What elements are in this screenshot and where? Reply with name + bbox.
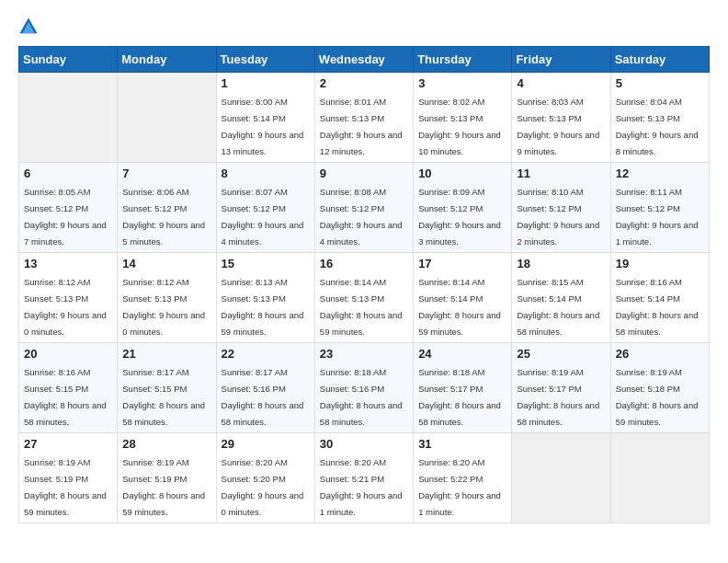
calendar-cell: 1 Sunrise: 8:00 AMSunset: 5:14 PMDayligh… [216, 73, 314, 163]
calendar-cell: 13 Sunrise: 8:12 AMSunset: 5:13 PMDaylig… [19, 253, 118, 343]
day-info: Sunrise: 8:17 AMSunset: 5:16 PMDaylight:… [222, 367, 304, 427]
day-number: 7 [122, 167, 210, 180]
calendar-cell: 15 Sunrise: 8:13 AMSunset: 5:13 PMDaylig… [216, 253, 314, 343]
day-info: Sunrise: 8:16 AMSunset: 5:15 PMDaylight:… [24, 367, 107, 427]
calendar-week-3: 13 Sunrise: 8:12 AMSunset: 5:13 PMDaylig… [19, 253, 710, 343]
header-tuesday: Tuesday [216, 47, 314, 73]
calendar-cell: 26 Sunrise: 8:19 AMSunset: 5:18 PMDaylig… [610, 343, 709, 433]
day-number: 5 [616, 76, 704, 90]
page: Sunday Monday Tuesday Wednesday Thursday… [0, 0, 728, 533]
calendar-cell: 5 Sunrise: 8:04 AMSunset: 5:13 PMDayligh… [610, 73, 709, 163]
day-info: Sunrise: 8:04 AMSunset: 5:13 PMDaylight:… [616, 97, 699, 156]
calendar-cell: 19 Sunrise: 8:16 AMSunset: 5:14 PMDaylig… [610, 253, 709, 343]
day-info: Sunrise: 8:02 AMSunset: 5:13 PMDaylight:… [418, 97, 501, 156]
day-number: 2 [320, 76, 408, 90]
logo [18, 17, 42, 37]
calendar-cell: 21 Sunrise: 8:17 AMSunset: 5:15 PMDaylig… [118, 343, 216, 433]
day-number: 12 [616, 167, 704, 180]
calendar-week-5: 27 Sunrise: 8:19 AMSunset: 5:19 PMDaylig… [19, 433, 710, 523]
day-number: 30 [320, 437, 408, 451]
day-info: Sunrise: 8:14 AMSunset: 5:14 PMDaylight:… [418, 277, 501, 337]
day-number: 22 [222, 347, 310, 361]
day-number: 24 [418, 347, 506, 361]
day-number: 28 [122, 437, 210, 451]
day-number: 15 [222, 257, 310, 270]
calendar-cell: 12 Sunrise: 8:11 AMSunset: 5:12 PMDaylig… [610, 163, 709, 253]
day-number: 29 [222, 437, 310, 451]
day-info: Sunrise: 8:06 AMSunset: 5:12 PMDaylight:… [122, 187, 205, 247]
calendar-header: Sunday Monday Tuesday Wednesday Thursday… [19, 47, 710, 73]
day-number: 27 [24, 437, 112, 451]
day-info: Sunrise: 8:00 AMSunset: 5:14 PMDaylight:… [222, 97, 304, 156]
day-info: Sunrise: 8:18 AMSunset: 5:17 PMDaylight:… [418, 367, 501, 427]
day-number: 25 [517, 347, 605, 361]
day-number: 9 [320, 167, 408, 180]
calendar-cell: 30 Sunrise: 8:20 AMSunset: 5:21 PMDaylig… [314, 433, 413, 523]
day-info: Sunrise: 8:01 AMSunset: 5:13 PMDaylight:… [320, 97, 403, 156]
calendar-cell: 7 Sunrise: 8:06 AMSunset: 5:12 PMDayligh… [118, 163, 216, 253]
day-info: Sunrise: 8:10 AMSunset: 5:12 PMDaylight:… [517, 187, 599, 247]
calendar-cell [118, 73, 216, 163]
day-number: 6 [24, 167, 112, 180]
calendar-cell: 27 Sunrise: 8:19 AMSunset: 5:19 PMDaylig… [19, 433, 118, 523]
calendar-week-2: 6 Sunrise: 8:05 AMSunset: 5:12 PMDayligh… [19, 163, 710, 253]
header-monday: Monday [118, 47, 216, 73]
day-info: Sunrise: 8:03 AMSunset: 5:13 PMDaylight:… [517, 97, 599, 156]
day-info: Sunrise: 8:20 AMSunset: 5:20 PMDaylight:… [222, 457, 304, 517]
calendar-cell: 22 Sunrise: 8:17 AMSunset: 5:16 PMDaylig… [216, 343, 314, 433]
day-number: 26 [616, 347, 704, 361]
day-number: 11 [517, 167, 605, 180]
header-saturday: Saturday [610, 47, 709, 73]
day-info: Sunrise: 8:20 AMSunset: 5:21 PMDaylight:… [320, 457, 403, 517]
header-thursday: Thursday [414, 47, 512, 73]
day-info: Sunrise: 8:20 AMSunset: 5:22 PMDaylight:… [418, 457, 501, 517]
calendar-cell: 28 Sunrise: 8:19 AMSunset: 5:19 PMDaylig… [118, 433, 216, 523]
header-row: Sunday Monday Tuesday Wednesday Thursday… [19, 47, 710, 73]
header-friday: Friday [512, 47, 610, 73]
header-wednesday: Wednesday [314, 47, 413, 73]
calendar-cell [19, 73, 118, 163]
calendar-body: 1 Sunrise: 8:00 AMSunset: 5:14 PMDayligh… [19, 73, 710, 523]
day-number: 18 [517, 257, 605, 270]
calendar-cell: 16 Sunrise: 8:14 AMSunset: 5:13 PMDaylig… [314, 253, 413, 343]
calendar-week-1: 1 Sunrise: 8:00 AMSunset: 5:14 PMDayligh… [19, 73, 710, 163]
day-number: 8 [222, 167, 310, 180]
day-info: Sunrise: 8:19 AMSunset: 5:18 PMDaylight:… [616, 367, 699, 427]
calendar-cell: 18 Sunrise: 8:15 AMSunset: 5:14 PMDaylig… [512, 253, 610, 343]
day-number: 21 [122, 347, 210, 361]
day-number: 10 [418, 167, 506, 180]
day-number: 16 [320, 257, 408, 270]
calendar-cell: 8 Sunrise: 8:07 AMSunset: 5:12 PMDayligh… [216, 163, 314, 253]
calendar-cell: 3 Sunrise: 8:02 AMSunset: 5:13 PMDayligh… [414, 73, 512, 163]
header-sunday: Sunday [19, 47, 118, 73]
day-info: Sunrise: 8:15 AMSunset: 5:14 PMDaylight:… [517, 277, 599, 337]
day-number: 17 [418, 257, 506, 270]
calendar-cell: 11 Sunrise: 8:10 AMSunset: 5:12 PMDaylig… [512, 163, 610, 253]
day-info: Sunrise: 8:08 AMSunset: 5:12 PMDaylight:… [320, 187, 403, 247]
calendar-cell: 24 Sunrise: 8:18 AMSunset: 5:17 PMDaylig… [414, 343, 512, 433]
day-number: 14 [122, 257, 210, 270]
calendar-cell: 4 Sunrise: 8:03 AMSunset: 5:13 PMDayligh… [512, 73, 610, 163]
calendar: Sunday Monday Tuesday Wednesday Thursday… [18, 46, 710, 523]
day-number: 20 [24, 347, 112, 361]
calendar-cell: 25 Sunrise: 8:19 AMSunset: 5:17 PMDaylig… [512, 343, 610, 433]
day-info: Sunrise: 8:05 AMSunset: 5:12 PMDaylight:… [24, 187, 107, 247]
logo-icon [18, 17, 39, 37]
calendar-cell: 10 Sunrise: 8:09 AMSunset: 5:12 PMDaylig… [414, 163, 512, 253]
calendar-cell: 2 Sunrise: 8:01 AMSunset: 5:13 PMDayligh… [314, 73, 413, 163]
day-info: Sunrise: 8:17 AMSunset: 5:15 PMDaylight:… [122, 367, 205, 427]
day-info: Sunrise: 8:16 AMSunset: 5:14 PMDaylight:… [616, 277, 699, 337]
day-number: 1 [222, 76, 310, 90]
calendar-week-4: 20 Sunrise: 8:16 AMSunset: 5:15 PMDaylig… [19, 343, 710, 433]
day-info: Sunrise: 8:13 AMSunset: 5:13 PMDaylight:… [222, 277, 304, 337]
day-number: 13 [24, 257, 112, 270]
calendar-cell: 29 Sunrise: 8:20 AMSunset: 5:20 PMDaylig… [216, 433, 314, 523]
calendar-cell [610, 433, 709, 523]
calendar-cell: 6 Sunrise: 8:05 AMSunset: 5:12 PMDayligh… [19, 163, 118, 253]
header [18, 17, 710, 37]
calendar-cell: 9 Sunrise: 8:08 AMSunset: 5:12 PMDayligh… [314, 163, 413, 253]
day-info: Sunrise: 8:18 AMSunset: 5:16 PMDaylight:… [320, 367, 403, 427]
day-info: Sunrise: 8:11 AMSunset: 5:12 PMDaylight:… [616, 187, 699, 247]
day-number: 31 [418, 437, 506, 451]
day-number: 23 [320, 347, 408, 361]
